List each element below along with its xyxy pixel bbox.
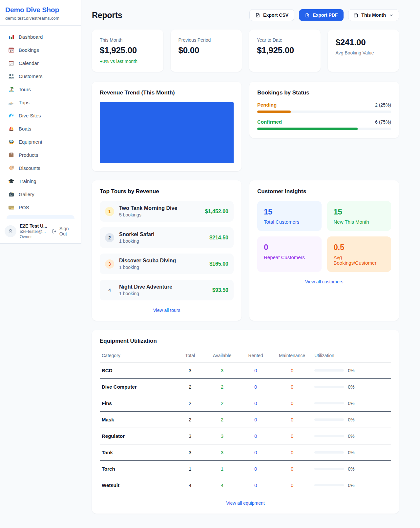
sidebar-item-bookings[interactable]: 17 Bookings	[3, 43, 78, 56]
speedboat-icon	[8, 99, 14, 106]
utilization-bar	[314, 386, 344, 388]
chevron-down-icon	[389, 13, 394, 18]
cell-available: 3	[205, 444, 240, 461]
header-actions: Export CSV Export PDF This Month	[249, 9, 399, 21]
customer-insights-title: Customer Insights	[257, 188, 391, 195]
sidebar-item-dashboard[interactable]: Dashboard	[3, 30, 78, 43]
people-icon	[8, 73, 14, 79]
sidebar-item-label: Customers	[19, 73, 43, 79]
tour-row: 1 Two Tank Morning Dive 5 bookings $1,45…	[100, 201, 234, 222]
sidebar-item-label: Calendar	[19, 60, 39, 66]
sidebar-item-label: Dashboard	[19, 34, 43, 40]
stat-card-year-to-date: Year to Date $1,925.00	[249, 30, 321, 72]
tour-revenue: $165.00	[209, 261, 228, 267]
dive-mask-icon	[8, 138, 14, 145]
col-header-maintenance: Maintenance	[272, 349, 312, 362]
export-pdf-label: Export PDF	[313, 12, 338, 18]
rank-badge: 4	[105, 286, 114, 295]
bar-chart-icon	[8, 33, 14, 40]
stat-card-this-month: This Month $1,925.00 +0% vs last month	[92, 30, 163, 72]
col-header-category: Category	[100, 349, 176, 362]
equipment-table: Category Total Available Rented Maintena…	[100, 349, 391, 493]
stat-label: Previous Period	[178, 37, 234, 43]
cell-utilization: 0%	[312, 461, 391, 477]
utilization-percent: 0%	[348, 368, 354, 373]
brand-domain: demo.test.divestreams.com	[5, 16, 76, 21]
stat-note: +0% vs last month	[100, 59, 156, 64]
status-label: Confirmed	[257, 119, 282, 125]
sailboat-icon	[8, 125, 14, 132]
tour-revenue: $1,452.00	[205, 209, 228, 214]
rank-badge: 1	[105, 207, 114, 216]
tile-value: 15	[264, 207, 315, 216]
cell-utilization: 0%	[312, 477, 391, 494]
user-email: e2e-tester@...	[20, 229, 49, 234]
sidebar-item-equipment[interactable]: Equipment	[3, 135, 78, 148]
equipment-table-header: Category Total Available Rented Maintena…	[100, 349, 391, 362]
cell-maintenance: 0	[272, 444, 312, 461]
user-name: E2E Test U...	[20, 223, 49, 229]
user-meta: E2E Test U... e2e-tester@... Owner	[20, 223, 49, 239]
cell-total: 2	[176, 395, 205, 412]
cell-available: 2	[205, 395, 240, 412]
export-pdf-button[interactable]: Export PDF	[299, 9, 344, 21]
table-row: BCD33000%	[100, 362, 391, 379]
sidebar-item-discounts[interactable]: Discounts	[3, 161, 78, 174]
sidebar-item-training[interactable]: Training	[3, 174, 78, 188]
export-csv-button[interactable]: Export CSV	[249, 9, 294, 21]
tile-label: Total Customers	[264, 219, 315, 225]
sign-out-button[interactable]: Sign Out	[52, 226, 76, 236]
sidebar-item-label: POS	[19, 205, 29, 210]
utilization-bar	[314, 435, 344, 437]
cell-rented: 0	[240, 379, 272, 395]
cell-category: Tank	[100, 444, 176, 461]
sidebar-item-label: Trips	[19, 100, 30, 105]
insight-tiles: 15 Total Customers 15 New This Month 0 R…	[257, 201, 391, 272]
sidebar-item-tours[interactable]: Tours	[3, 83, 78, 96]
stat-card-previous-period: Previous Period $0.00	[171, 30, 242, 72]
cell-maintenance: 0	[272, 379, 312, 395]
view-all-customers-link[interactable]: View all customers	[257, 279, 391, 284]
tour-revenue: $214.50	[209, 235, 228, 241]
tile-new-this-month: 15 New This Month	[327, 201, 391, 231]
cell-maintenance: 0	[272, 412, 312, 428]
cell-available: 4	[205, 477, 240, 494]
sidebar-item-pos[interactable]: POS	[3, 201, 78, 214]
rank-badge: 2	[105, 233, 114, 242]
utilization-percent: 0%	[348, 483, 354, 488]
sidebar-item-trips[interactable]: Trips	[3, 96, 78, 109]
utilization-bar	[314, 451, 344, 454]
cell-total: 1	[176, 461, 205, 477]
tour-row: 2 Snorkel Safari 1 booking $214.50	[100, 227, 234, 248]
tour-name: Discover Scuba Diving	[119, 258, 204, 264]
sidebar: Demo Dive Shop demo.test.divestreams.com…	[0, 0, 81, 244]
export-csv-label: Export CSV	[263, 12, 288, 18]
utilization-percent: 0%	[348, 434, 354, 439]
logout-icon	[52, 229, 57, 234]
island-icon	[8, 86, 14, 92]
sidebar-item-gallery[interactable]: Gallery	[3, 188, 78, 201]
tile-avg-bookings-customer: 0.5 Avg Bookings/Customer	[327, 236, 391, 272]
sidebar-item-customers[interactable]: Customers	[3, 70, 78, 83]
cell-available: 2	[205, 379, 240, 395]
view-all-tours-link[interactable]: View all tours	[100, 308, 234, 313]
file-download-icon	[255, 13, 260, 18]
status-row-confirmed: Confirmed 6 (75%)	[257, 119, 391, 130]
sidebar-item-calendar[interactable]: Calendar	[3, 56, 78, 70]
sidebar-item-label: Gallery	[19, 192, 34, 197]
sidebar-item-boats[interactable]: Boats	[3, 122, 78, 135]
bookings-by-status-title: Bookings by Status	[257, 90, 391, 96]
cell-maintenance: 0	[272, 461, 312, 477]
cell-category: BCD	[100, 362, 176, 379]
sidebar-item-products[interactable]: Products	[3, 148, 78, 161]
sidebar-item-dive-sites[interactable]: Dive Sites	[3, 109, 78, 122]
sidebar-item-label: Products	[19, 152, 38, 158]
cell-utilization: 0%	[312, 412, 391, 428]
progress-fill	[257, 128, 358, 130]
utilization-bar	[314, 369, 344, 372]
view-all-equipment-link[interactable]: View all equipment	[100, 500, 391, 506]
sidebar-item-reports[interactable]	[7, 215, 74, 219]
tour-row: 4 Night Dive Adventure 1 booking $93.50	[100, 280, 234, 300]
calendar-date-icon: 17	[8, 47, 14, 53]
period-dropdown[interactable]: This Month	[348, 9, 399, 21]
